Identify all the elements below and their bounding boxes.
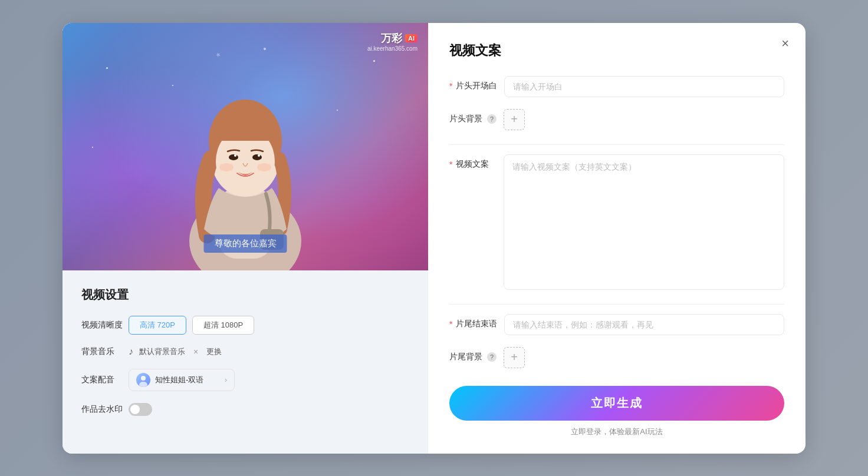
music-remove-button[interactable]: ×: [191, 347, 200, 356]
quality-label: 视频清晰度: [81, 320, 129, 330]
voice-selector[interactable]: 知性姐姐-双语 ›: [129, 369, 235, 391]
video-settings: 视频设置 视频清晰度 高清 720P 超清 1080P 背景音乐 ♪ 默认背景音…: [63, 270, 428, 428]
closing-input[interactable]: [504, 314, 784, 335]
left-panel: 万彩 AI ai.keerhan365.com: [63, 23, 428, 454]
intro-bg-label: 片头背景 ?: [449, 109, 497, 124]
music-change-button[interactable]: 更换: [206, 346, 222, 357]
svg-point-14: [139, 382, 147, 387]
music-label: 背景音乐: [81, 346, 129, 357]
voice-arrow-icon: ›: [225, 376, 227, 384]
panel-title: 视频文案: [449, 42, 784, 60]
music-row: 背景音乐 ♪ 默认背景音乐 × 更换: [81, 346, 409, 357]
voice-avatar-icon: [136, 373, 150, 387]
closing-bg-help-icon[interactable]: ?: [487, 352, 497, 362]
login-hint: 立即登录，体验最新AI玩法: [449, 427, 784, 437]
closing-bg-add-button[interactable]: +: [504, 347, 525, 368]
svg-point-7: [252, 154, 262, 160]
subtitle-bar: 尊敬的各位嘉宾: [204, 234, 287, 253]
copy-row: * 视频文案: [449, 154, 784, 290]
copy-textarea[interactable]: [504, 154, 784, 290]
closing-required: *: [449, 319, 452, 329]
video-preview: 万彩 AI ai.keerhan365.com: [63, 23, 428, 270]
modal-overlay: 万彩 AI ai.keerhan365.com: [0, 0, 868, 476]
generate-button[interactable]: 立即生成: [449, 386, 784, 421]
opening-row: * 片头开场白: [449, 76, 784, 97]
watermark-url: ai.keerhan365.com: [367, 45, 417, 52]
close-button[interactable]: ×: [781, 37, 789, 50]
svg-point-9: [258, 154, 260, 157]
svg-point-10: [219, 163, 234, 171]
svg-point-6: [229, 154, 238, 160]
opening-label: * 片头开场白: [449, 76, 497, 91]
watermark-row: 作品去水印: [81, 403, 409, 416]
quality-row: 视频清晰度 高清 720P 超清 1080P: [81, 316, 409, 335]
opening-input[interactable]: [504, 76, 784, 97]
voice-row: 文案配音 知性姐姐-双语 ›: [81, 369, 409, 391]
intro-bg-row: 片头背景 ? +: [449, 109, 784, 130]
svg-point-11: [257, 163, 271, 171]
voice-label: 文案配音: [81, 375, 129, 385]
watermark-toggle[interactable]: [129, 403, 152, 416]
music-name: 默认背景音乐: [139, 346, 185, 357]
quality-720p-button[interactable]: 高清 720P: [129, 316, 186, 335]
modal: 万彩 AI ai.keerhan365.com: [63, 23, 805, 454]
watermark-ai: AI: [405, 34, 417, 42]
closing-bg-label: 片尾背景 ?: [449, 347, 497, 362]
divider-1: [449, 144, 784, 145]
svg-point-8: [234, 154, 236, 157]
watermark-remove-label: 作品去水印: [81, 404, 129, 415]
closing-label: * 片尾结束语: [449, 314, 497, 329]
copy-label: * 视频文案: [449, 154, 497, 170]
watermark: 万彩 AI ai.keerhan365.com: [367, 31, 417, 52]
svg-point-13: [141, 376, 146, 381]
music-control: ♪ 默认背景音乐 × 更换: [129, 346, 222, 357]
voice-name: 知性姐姐-双语: [155, 375, 220, 385]
intro-bg-add-button[interactable]: +: [504, 109, 525, 130]
copy-required: *: [449, 160, 452, 169]
closing-bg-row: 片尾背景 ? +: [449, 347, 784, 368]
opening-required: *: [449, 81, 452, 91]
music-icon: ♪: [129, 346, 133, 357]
divider-2: [449, 304, 784, 305]
quality-1080p-button[interactable]: 超清 1080P: [192, 316, 254, 335]
watermark-brand: 万彩: [381, 31, 402, 45]
settings-title: 视频设置: [81, 287, 409, 303]
closing-row: * 片尾结束语: [449, 314, 784, 335]
intro-bg-help-icon[interactable]: ?: [487, 114, 497, 124]
toggle-knob: [130, 405, 140, 414]
right-panel: × 视频文案 * 片头开场白 片头背景 ? +: [428, 23, 805, 454]
